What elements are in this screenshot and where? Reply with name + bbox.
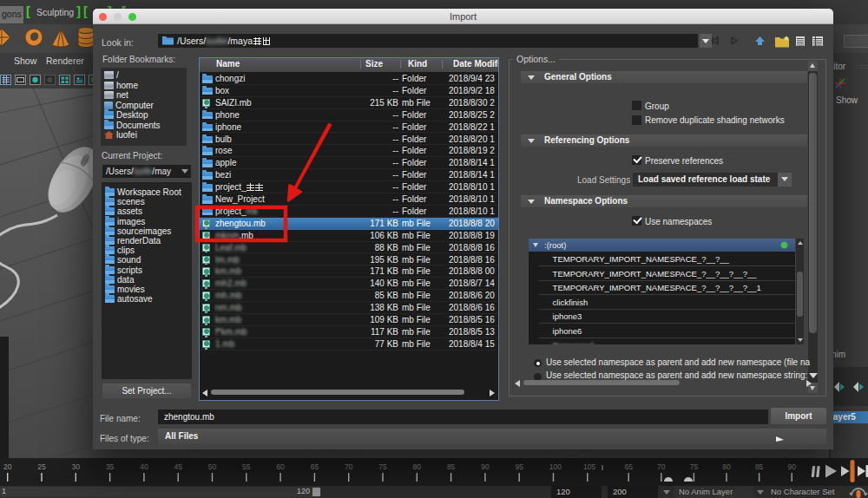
svg-text:25: 25	[37, 462, 46, 471]
svg-text:85: 85	[447, 462, 456, 471]
svg-text:70: 70	[345, 462, 353, 471]
svg-text:80: 80	[722, 462, 731, 471]
svg-text:70: 70	[657, 462, 666, 471]
svg-text:100: 100	[549, 462, 562, 471]
svg-text:55: 55	[242, 462, 251, 471]
svg-text:50: 50	[208, 462, 217, 471]
svg-text:60: 60	[276, 462, 285, 471]
svg-text:30: 30	[72, 462, 81, 471]
svg-text:90: 90	[788, 462, 797, 471]
svg-text:20: 20	[3, 462, 12, 471]
svg-text:65: 65	[625, 462, 634, 471]
svg-text:90: 90	[481, 462, 490, 471]
svg-text:35: 35	[106, 462, 115, 471]
svg-text:75: 75	[378, 462, 387, 471]
svg-text:75: 75	[690, 462, 699, 471]
svg-text:45: 45	[174, 462, 183, 471]
svg-text:80: 80	[413, 462, 422, 471]
svg-text:65: 65	[311, 462, 319, 471]
svg-text:105: 105	[583, 462, 595, 471]
svg-text:95: 95	[516, 462, 524, 471]
svg-text:40: 40	[140, 462, 148, 471]
svg-text:85: 85	[755, 462, 764, 471]
